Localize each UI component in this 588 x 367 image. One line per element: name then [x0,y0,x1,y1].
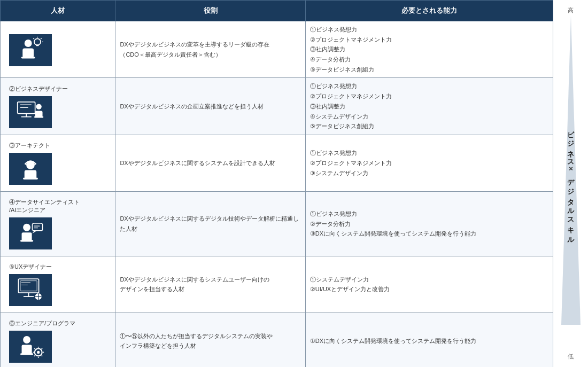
table-header-row: 人材 役割 必要とされる能力 [1,1,553,21]
person-info: ③アーキテクト [5,138,111,188]
table-row: ④データサイエンティスト /AIエンジニア DXやデジタルビジネスに関するデジタ… [1,191,553,256]
ability-cell: ①ビジネス発想力 ②プロジェクトマネジメント力 ③社内調整力 ④データ分析力 ⑤… [305,21,553,78]
role-cell: DXやデジタルビジネスに関するシステムユーザー向けの デザインを担当する人材 [115,256,305,313]
person-cell [1,21,115,78]
table-row: ②ビジネスデザイナー DXやデジタルビジネスの企画立案推進などを担う人材①ビジネ… [1,78,553,135]
header-person: 人材 [1,1,115,21]
person-icon-area [9,96,52,128]
person-icon-area [9,217,52,249]
svg-line-46 [34,348,35,349]
role-cell: ①〜⑤以外の人たちが担当するデジタルシステムの実装や インフラ構築などを担う人材 [115,313,305,367]
table-row: ③アーキテクト DXやデジタルビジネスに関するシステムを設計できる人材①ビジネス… [1,135,553,191]
role-cell: DXやデジタルビジネスの変革を主導するリーダ級の存在 （CDO＜最高デジタル責任… [115,21,305,78]
svg-rect-2 [21,57,35,58]
svg-point-0 [25,40,32,47]
svg-line-48 [42,348,42,349]
svg-line-6 [41,38,42,39]
person-label: ②ビジネスデザイナー [9,85,68,93]
person-info: ②ビジネスデザイナー [5,82,111,131]
role-cell: DXやデジタルビジネスに関するシステムを設計できる人材 [115,135,305,191]
svg-point-14 [36,104,41,109]
table-row: DXやデジタルビジネスの変革を主導するリーダ級の存在 （CDO＜最高デジタル責任… [1,21,553,78]
person-icon-area [9,274,52,306]
svg-rect-29 [20,281,37,291]
main-container: 人材 役割 必要とされる能力 DXやデジタルビジネスの変革を主導するリーダ級の存… [0,0,588,367]
ability-cell: ①ビジネス発想力 ②プロジェクトマネジメント力 ③システムデザイン力 [305,135,553,191]
person-info [5,30,111,69]
person-info: ⑤UXデザイナー [5,260,111,309]
person-cell: ②ビジネスデザイナー [1,78,115,135]
role-cell: DXやデジタルビジネスに関するデジタル技術やデータ解析に精通した人材 [115,191,305,256]
svg-rect-15 [35,111,43,117]
person-info: ⑥エンジニア/プログラマ [5,316,111,366]
table-row: ⑥エンジニア/プログラマ ①〜⑤以外の人たちが担当するデジタルシステムの実装や … [1,313,553,367]
svg-point-21 [23,224,30,231]
svg-line-8 [33,38,34,39]
person-label: ⑥エンジニア/プログラマ [9,319,75,327]
person-label: ⑤UXデザイナー [9,263,52,271]
scale-low-label: 低 [568,353,574,361]
svg-rect-24 [32,223,42,231]
person-icon-area [9,153,52,185]
svg-marker-25 [32,231,37,233]
svg-rect-39 [20,353,33,355]
table-area: 人材 役割 必要とされる能力 DXやデジタルビジネスの変革を主導するリーダ級の存… [0,0,553,367]
svg-rect-20 [23,177,38,179]
ability-cell: ①システムデザイン力 ②UI/UXとデザイン力と改善力 [305,256,553,313]
person-icon-area [9,331,52,363]
svg-rect-16 [34,116,43,118]
header-ability: 必要とされる能力 [305,1,553,21]
svg-marker-50 [561,15,581,325]
svg-rect-38 [22,345,32,354]
person-label: ④データサイエンティスト /AIエンジニア [9,198,80,214]
svg-rect-22 [22,232,32,241]
svg-rect-4 [36,44,38,46]
person-cell: ⑤UXデザイナー [1,256,115,313]
person-icon-area [9,34,52,66]
scale-triangle [561,15,581,325]
svg-line-47 [42,355,42,356]
svg-point-3 [34,38,41,45]
main-table: 人材 役割 必要とされる能力 DXやデジタルビジネスの変革を主導するリーダ級の存… [0,0,553,367]
right-scale: 高 ビジネス×デジタルスキル 低 [553,0,588,367]
svg-rect-19 [25,170,37,178]
person-cell: ⑥エンジニア/プログラマ [1,313,115,367]
person-cell: ④データサイエンティスト /AIエンジニア [1,191,115,256]
svg-rect-1 [22,48,34,57]
ability-cell: ①ビジネス発想力 ②プロジェクトマネジメント力 ③社内調整力 ④システムデザイン… [305,78,553,135]
person-label: ③アーキテクト [9,142,50,150]
svg-line-49 [34,355,35,356]
svg-rect-23 [20,240,33,241]
svg-point-37 [23,336,30,343]
table-row: ⑤UXデザイナー DXやデジタルビジネスに関するシステムユーザー向けの デザイン… [1,256,553,313]
ability-cell: ①DXに向くシステム開発環境を使ってシステム開発を行う能力 [305,313,553,367]
ability-cell: ①ビジネス発想力 ②データ分析力 ③DXに向くシステム開発環境を使ってシステム開… [305,191,553,256]
svg-point-41 [37,351,40,354]
person-cell: ③アーキテクト [1,135,115,191]
person-info: ④データサイエンティスト /AIエンジニア [5,195,111,253]
scale-high-label: 高 [568,6,574,14]
header-role: 役割 [115,1,305,21]
role-cell: DXやデジタルビジネスの企画立案推進などを担う人材 [115,78,305,135]
